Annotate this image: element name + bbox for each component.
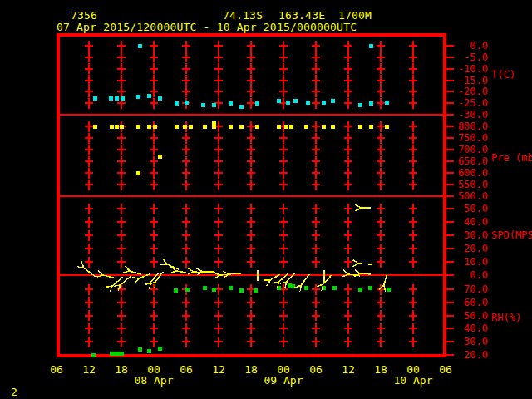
svg-text:-10.0: -10.0 [458,63,488,75]
svg-text:50.0: 50.0 [464,203,488,214]
svg-text:Pre (mb): Pre (mb) [491,152,532,164]
svg-text:10.0: 10.0 [464,256,488,268]
svg-text:-15.0: -15.0 [458,75,488,86]
svg-text:12: 12 [82,363,96,376]
svg-text:40.0: 40.0 [464,216,488,228]
svg-text:800.0: 800.0 [458,121,488,132]
svg-text:30.0: 30.0 [464,336,488,347]
svg-text:12: 12 [342,363,355,376]
grid-and-axes: 0.0-5.0-10.0-15.0-20.0-25.0-30.0T(C)800.… [458,40,532,361]
svg-text:60.0: 60.0 [464,297,488,308]
svg-text:09 Apr: 09 Apr [264,374,303,387]
svg-text:30.0: 30.0 [464,229,488,241]
svg-text:50.0: 50.0 [464,310,488,322]
svg-text:SPD(MPS): SPD(MPS) [491,229,532,241]
svg-text:40.0: 40.0 [464,323,488,334]
svg-text:500.0: 500.0 [458,190,488,202]
svg-text:70.0: 70.0 [464,283,488,295]
svg-text:06: 06 [439,363,452,376]
svg-text:18: 18 [244,363,258,376]
svg-text:600.0: 600.0 [458,167,488,179]
svg-text:-25.0: -25.0 [458,97,488,109]
svg-text:0.0: 0.0 [470,269,488,281]
svg-text:06: 06 [50,363,63,376]
svg-text:06: 06 [180,363,193,376]
temperature-points [93,44,389,109]
relative_humidity-points [91,283,390,357]
svg-text:-30.0: -30.0 [458,109,488,121]
svg-text:750.0: 750.0 [458,132,488,144]
svg-text:650.0: 650.0 [458,155,488,167]
svg-text:-20.0: -20.0 [458,86,488,97]
svg-text:20.0: 20.0 [464,349,488,361]
grid-cross-ticks [85,41,417,347]
svg-text:550.0: 550.0 [458,179,488,190]
svg-text:18: 18 [374,363,387,376]
svg-text:06: 06 [309,363,323,376]
svg-text:T(C): T(C) [491,69,515,81]
svg-text:20.0: 20.0 [464,243,488,254]
svg-text:700.0: 700.0 [458,144,488,155]
svg-text:18: 18 [115,363,128,376]
wind-vectors [84,208,387,286]
svg-text:RH(%): RH(%) [491,312,521,323]
timeseries-plot: 0.0-5.0-10.0-15.0-20.0-25.0-30.0T(C)800.… [0,0,532,399]
svg-text:0.0: 0.0 [470,40,488,52]
time-axis-labels: 0612180006121800061218000608 Apr09 Apr10… [50,363,452,387]
svg-text:08 Apr: 08 Apr [135,374,174,387]
svg-text:-5.0: -5.0 [464,52,488,63]
svg-text:10 Apr: 10 Apr [394,374,433,387]
crt-screen: 7356 74.13S 163.43E 1700M 07 Apr 2015/12… [0,0,532,399]
svg-text:12: 12 [212,363,225,376]
pressure-points [93,121,388,175]
